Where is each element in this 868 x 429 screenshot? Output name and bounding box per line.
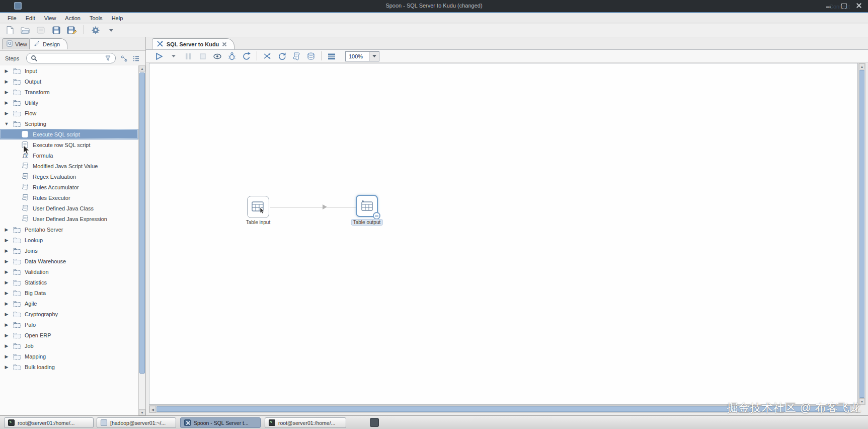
scroll-left-icon[interactable]: ◀	[149, 406, 156, 412]
verify-icon[interactable]	[261, 51, 273, 62]
zoom-dropdown-icon[interactable]	[369, 51, 379, 61]
tree-item-palo[interactable]: ▶Palo	[0, 319, 138, 330]
stop-icon[interactable]	[197, 51, 209, 62]
tree-item-statistics[interactable]: ▶Statistics	[0, 277, 138, 288]
tree-item-lookup[interactable]: ▶Lookup	[0, 235, 138, 245]
collapsed-triangle-icon[interactable]: ▶	[4, 343, 9, 348]
step-label-table-output[interactable]: Table output	[351, 219, 383, 226]
execution-results-icon[interactable]	[326, 51, 338, 62]
tree-item-rules-executor[interactable]: Rules Executor	[0, 192, 138, 203]
sort-steps-icon[interactable]	[119, 53, 129, 63]
menu-view[interactable]: View	[40, 14, 61, 23]
tree-item-execute-row-sql-script[interactable]: Execute row SQL script	[0, 139, 138, 150]
taskbar-item-root-server01-home[interactable]: root@server01:/home/...	[265, 417, 346, 428]
run-options-caret-icon[interactable]	[168, 51, 180, 62]
collapsed-triangle-icon[interactable]: ▶	[4, 322, 9, 327]
new-file-icon[interactable]	[4, 25, 15, 36]
tree-item-flow[interactable]: ▶Flow	[0, 108, 138, 118]
menu-edit[interactable]: Edit	[21, 14, 40, 23]
zoom-combo[interactable]: 100%	[345, 51, 379, 61]
tree-item-validation[interactable]: ▶Validation	[0, 266, 138, 277]
debug-icon[interactable]	[226, 51, 238, 62]
hop-arrow-icon[interactable]	[323, 204, 327, 209]
scroll-up-icon[interactable]: ▲	[859, 63, 865, 69]
perspective-icon[interactable]	[90, 25, 101, 36]
tree-item-scripting[interactable]: ▼Scripting	[0, 118, 138, 129]
collapsed-triangle-icon[interactable]: ▶	[4, 259, 9, 264]
scroll-up-icon[interactable]: ▲	[139, 65, 145, 72]
pause-icon[interactable]	[182, 51, 194, 62]
save-icon[interactable]	[51, 25, 62, 36]
collapsed-triangle-icon[interactable]: ▶	[4, 333, 9, 338]
tree-item-mapping[interactable]: ▶Mapping	[0, 351, 138, 362]
tree-item-joins[interactable]: ▶Joins	[0, 245, 138, 256]
transformation-canvas[interactable]: Table input Table output	[149, 63, 858, 405]
collapsed-triangle-icon[interactable]: ▶	[4, 354, 9, 359]
collapsed-triangle-icon[interactable]: ▶	[4, 227, 9, 232]
collapsed-triangle-icon[interactable]: ▶	[4, 100, 9, 105]
tree-item-pentaho-server[interactable]: ▶Pentaho Server	[0, 224, 138, 235]
tree-item-user-defined-java-class[interactable]: User Defined Java Class	[0, 203, 138, 213]
menu-action[interactable]: Action	[60, 14, 85, 23]
tree-item-cryptography[interactable]: ▶Cryptography	[0, 309, 138, 319]
tree-item-utility[interactable]: ▶Utility	[0, 97, 138, 108]
collapsed-triangle-icon[interactable]: ▶	[4, 68, 9, 74]
expanded-triangle-icon[interactable]: ▼	[4, 121, 9, 126]
tree-item-agile[interactable]: ▶Agile	[0, 298, 138, 309]
run-icon[interactable]	[153, 51, 165, 62]
menu-file[interactable]: File	[3, 14, 21, 23]
open-file-icon[interactable]	[20, 25, 31, 36]
close-icon[interactable]	[222, 42, 227, 47]
tree-item-big-data[interactable]: ▶Big Data	[0, 288, 138, 298]
taskbar-item-hadoop-server01[interactable]: [hadoop@server01:~/...	[97, 417, 176, 428]
close-icon[interactable]	[856, 3, 862, 10]
hop-target-badge-icon[interactable]	[373, 212, 380, 220]
steps-search-box[interactable]	[26, 53, 116, 63]
collapsed-triangle-icon[interactable]: ▶	[4, 269, 9, 274]
canvas-vscrollbar[interactable]: ▲ ▼	[858, 63, 865, 405]
step-node-table-output[interactable]	[356, 195, 378, 217]
steps-search-input[interactable]	[39, 55, 103, 61]
collapsed-triangle-icon[interactable]: ▶	[4, 301, 9, 306]
step-node-table-input[interactable]	[247, 196, 269, 218]
replay-icon[interactable]	[241, 51, 253, 62]
collapsed-triangle-icon[interactable]: ▶	[4, 312, 9, 317]
collapsed-triangle-icon[interactable]: ▶	[4, 238, 9, 243]
taskbar-item-spoon-sql-server-t[interactable]: Spoon - SQL Server t...	[180, 417, 261, 428]
tree-item-modified-java-script-value[interactable]: Modified Java Script Value	[0, 161, 138, 171]
tab-design[interactable]: Design	[29, 38, 67, 49]
tree-item-data-warehouse[interactable]: ▶Data Warehouse	[0, 256, 138, 266]
connect-button[interactable]: Connect	[825, 3, 854, 11]
tree-item-output[interactable]: ▶Output	[0, 76, 138, 87]
menu-help[interactable]: Help	[107, 14, 128, 23]
dropdown-caret-icon[interactable]	[106, 25, 117, 36]
get-sql-icon[interactable]	[290, 51, 302, 62]
collapsed-triangle-icon[interactable]: ▶	[4, 111, 9, 116]
collapsed-triangle-icon[interactable]: ▶	[4, 248, 9, 253]
collapsed-triangle-icon[interactable]: ▶	[4, 90, 9, 95]
transformation-tab[interactable]: SQL Server to Kudu	[152, 38, 234, 49]
tree-item-regex-evaluation[interactable]: Regex Evaluation	[0, 171, 138, 182]
explore-repository-icon[interactable]	[35, 25, 46, 36]
step-label-table-input[interactable]: Table input	[246, 220, 270, 225]
preview-icon[interactable]	[211, 51, 223, 62]
clear-filter-icon[interactable]	[103, 53, 113, 63]
tree-item-execute-sql-script[interactable]: Execute SQL script	[0, 129, 138, 139]
tree-item-bulk-loading[interactable]: ▶Bulk loading	[0, 362, 138, 372]
hop-line[interactable]	[270, 207, 357, 207]
steps-list-icon[interactable]	[131, 53, 141, 63]
menu-tools[interactable]: Tools	[85, 14, 107, 23]
collapsed-triangle-icon[interactable]: ▶	[4, 291, 9, 296]
impact-icon[interactable]	[276, 51, 288, 62]
left-scrollbar[interactable]: ▲ ▼	[138, 65, 145, 415]
collapsed-triangle-icon[interactable]: ▶	[4, 79, 9, 84]
tree-item-input[interactable]: ▶Input	[0, 65, 138, 76]
zoom-level-value[interactable]: 100%	[345, 51, 369, 61]
collapsed-triangle-icon[interactable]: ▶	[4, 365, 9, 370]
save-as-icon[interactable]	[66, 25, 77, 36]
tree-item-open-erp[interactable]: ▶Open ERP	[0, 330, 138, 340]
taskbar-tray-icon[interactable]	[370, 418, 379, 427]
tree-item-formula[interactable]: fxFormula	[0, 150, 138, 161]
tree-item-transform[interactable]: ▶Transform	[0, 87, 138, 97]
taskbar-item-root-server01-home[interactable]: root@server01:/home/...	[4, 417, 94, 428]
